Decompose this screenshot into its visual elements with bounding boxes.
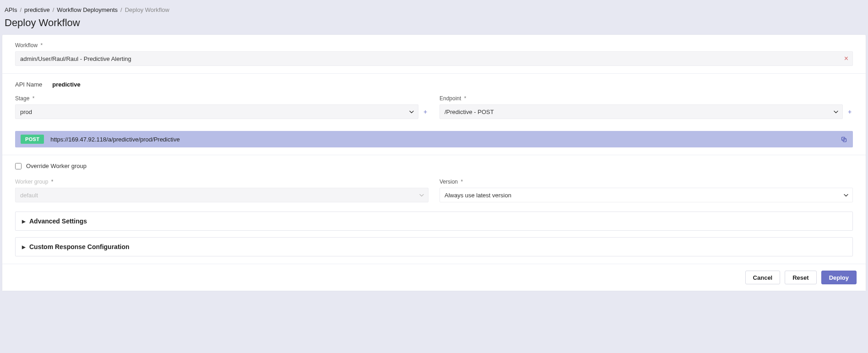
url-bar: POST https://169.47.92.118/a/predictive/…	[15, 131, 853, 147]
breadcrumb-sep: /	[20, 6, 22, 13]
breadcrumb-apis[interactable]: APIs	[5, 6, 17, 13]
stage-select[interactable]	[15, 104, 418, 119]
deploy-button[interactable]: Deploy	[821, 271, 857, 284]
override-worker-label[interactable]: Override Worker group	[26, 163, 87, 169]
stage-label: Stage *	[15, 95, 429, 102]
reset-button[interactable]: Reset	[785, 271, 816, 284]
version-select[interactable]	[439, 188, 853, 202]
override-worker-checkbox[interactable]	[15, 163, 22, 169]
api-section: API Name predictive Stage *	[2, 73, 866, 155]
required-mark: *	[40, 42, 43, 49]
api-name-value: predictive	[52, 81, 80, 88]
required-mark: *	[461, 179, 463, 185]
breadcrumb-current: Deploy Workflow	[125, 6, 169, 13]
clear-icon[interactable]: ×	[844, 55, 848, 62]
breadcrumb-workflow-deployments[interactable]: Workflow Deployments	[57, 6, 118, 13]
deploy-workflow-card: Workflow * × API Name predictive Stage *	[2, 34, 866, 291]
custom-response-accordion[interactable]: ▶ Custom Response Configuration	[15, 237, 853, 256]
page-title: Deploy Workflow	[2, 17, 866, 34]
worker-section: Override Worker group Worker group *	[2, 155, 866, 264]
advanced-settings-label: Advanced Settings	[29, 217, 87, 225]
breadcrumb-predictive[interactable]: predictive	[24, 6, 50, 13]
form-footer: Cancel Reset Deploy	[2, 264, 866, 291]
worker-group-select	[15, 188, 429, 202]
add-endpoint-button[interactable]: +	[846, 109, 853, 115]
endpoint-url: https://169.47.92.118/a/predictive/prod/…	[50, 136, 834, 143]
required-mark: *	[51, 179, 54, 185]
workflow-label: Workflow *	[15, 42, 853, 49]
breadcrumb-sep: /	[120, 6, 122, 13]
worker-group-label: Worker group *	[15, 179, 429, 185]
endpoint-label: Endpoint *	[439, 95, 853, 102]
http-method-badge: POST	[21, 135, 44, 144]
breadcrumb-sep: /	[53, 6, 54, 13]
breadcrumb: APIs / predictive / Workflow Deployments…	[2, 5, 866, 17]
workflow-input[interactable]	[15, 51, 853, 66]
add-stage-button[interactable]: +	[422, 109, 429, 115]
version-label: Version *	[439, 179, 853, 185]
required-mark: *	[33, 95, 35, 102]
cancel-button[interactable]: Cancel	[745, 271, 781, 284]
caret-right-icon: ▶	[22, 244, 26, 250]
workflow-section: Workflow * ×	[2, 35, 866, 73]
required-mark: *	[464, 95, 467, 102]
advanced-settings-accordion[interactable]: ▶ Advanced Settings	[15, 212, 853, 231]
caret-right-icon: ▶	[22, 219, 26, 224]
copy-icon[interactable]	[840, 136, 847, 143]
endpoint-select[interactable]	[439, 104, 843, 119]
custom-response-label: Custom Response Configuration	[29, 243, 130, 250]
api-name-label: API Name	[15, 81, 42, 88]
